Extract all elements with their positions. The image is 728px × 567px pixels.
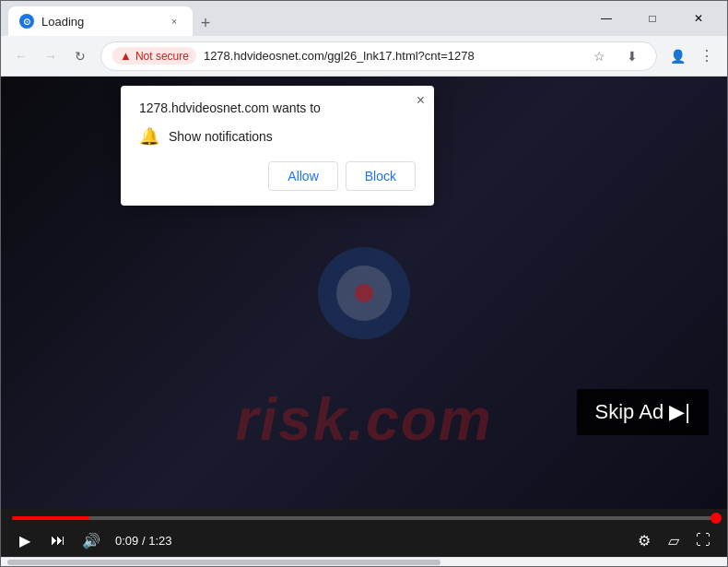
logo-circle xyxy=(318,247,410,339)
popup-close-button[interactable]: × xyxy=(417,93,425,108)
refresh-button[interactable]: ↻ xyxy=(67,43,93,69)
right-controls: ⚙ ▱ ⛶ xyxy=(631,527,716,553)
active-tab[interactable]: ⊙ Loading × xyxy=(8,6,193,36)
miniplayer-button[interactable]: ▱ xyxy=(661,527,687,553)
menu-button[interactable]: ⋮ xyxy=(694,43,720,69)
not-secure-badge: ▲ Not secure xyxy=(112,47,196,65)
settings-button[interactable]: ⚙ xyxy=(631,527,657,553)
video-content[interactable]: risk.com × 1278.hdvideosnet.com wants to… xyxy=(1,77,727,509)
tab-area: ⊙ Loading × + xyxy=(8,1,580,36)
controls-row: ▶ ⏭ 🔊 0:09 / 1:23 ⚙ ▱ ⛶ xyxy=(12,524,716,557)
time-current: 0:09 xyxy=(115,534,138,548)
video-controls: ▶ ⏭ 🔊 0:09 / 1:23 ⚙ ▱ ⛶ xyxy=(1,509,727,557)
time-total: 1:23 xyxy=(148,534,171,548)
permission-label: Show notifications xyxy=(169,129,273,144)
download-icon[interactable]: ⬇ xyxy=(619,43,645,69)
title-bar: ⊙ Loading × + — □ ✕ xyxy=(1,1,727,36)
progress-fill xyxy=(12,516,89,520)
volume-button[interactable]: 🔊 xyxy=(78,527,104,553)
back-button[interactable]: ← xyxy=(8,43,34,69)
close-button[interactable]: ✕ xyxy=(677,5,720,32)
forward-button[interactable]: → xyxy=(38,43,64,69)
warning-icon: ▲ xyxy=(120,49,132,63)
video-area: risk.com × 1278.hdvideosnet.com wants to… xyxy=(1,77,727,557)
address-bar: ← → ↻ ▲ Not secure 1278.hdvideosnet.com/… xyxy=(1,36,727,77)
bell-icon: 🔔 xyxy=(139,126,159,147)
url-text: 1278.hdvideosnet.com/ggl26_lnk17.html?cn… xyxy=(204,49,579,63)
not-secure-label: Not secure xyxy=(135,50,189,63)
new-tab-button[interactable]: + xyxy=(193,10,218,36)
window-controls: — □ ✕ xyxy=(585,5,720,32)
skip-ad-button[interactable]: Skip Ad ▶| xyxy=(577,389,709,435)
logo-inner xyxy=(336,266,392,321)
fullscreen-button[interactable]: ⛶ xyxy=(690,527,716,553)
time-display: 0:09 / 1:23 xyxy=(115,534,171,548)
next-button[interactable]: ⏭ xyxy=(45,527,71,553)
popup-permission-row: 🔔 Show notifications xyxy=(139,126,416,147)
browser-window: ⊙ Loading × + — □ ✕ ← → ↻ ▲ Not secure 1… xyxy=(0,0,728,567)
star-icon[interactable]: ☆ xyxy=(586,43,612,69)
play-button[interactable]: ▶ xyxy=(12,527,38,553)
progress-bar[interactable] xyxy=(12,516,716,520)
tab-favicon: ⊙ xyxy=(19,14,34,29)
minimize-button[interactable]: — xyxy=(585,5,628,32)
tab-close-button[interactable]: × xyxy=(167,14,182,29)
popup-actions: Allow Block xyxy=(139,161,416,191)
tab-title: Loading xyxy=(41,15,159,29)
allow-button[interactable]: Allow xyxy=(268,161,337,191)
time-separator: / xyxy=(138,534,148,548)
progress-dot xyxy=(710,513,722,524)
block-button[interactable]: Block xyxy=(346,161,416,191)
notification-popup: × 1278.hdvideosnet.com wants to 🔔 Show n… xyxy=(121,86,434,206)
profile-icon[interactable]: 👤 xyxy=(664,43,690,69)
maximize-button[interactable]: □ xyxy=(631,5,674,32)
logo-watermark xyxy=(318,247,410,339)
popup-title: 1278.hdvideosnet.com wants to xyxy=(139,100,416,115)
scrollbar-thumb[interactable] xyxy=(7,560,440,565)
browser-scrollbar[interactable] xyxy=(1,557,727,566)
watermark-text: risk.com xyxy=(235,385,492,454)
logo-dot xyxy=(355,284,373,302)
url-bar[interactable]: ▲ Not secure 1278.hdvideosnet.com/ggl26_… xyxy=(100,41,657,71)
